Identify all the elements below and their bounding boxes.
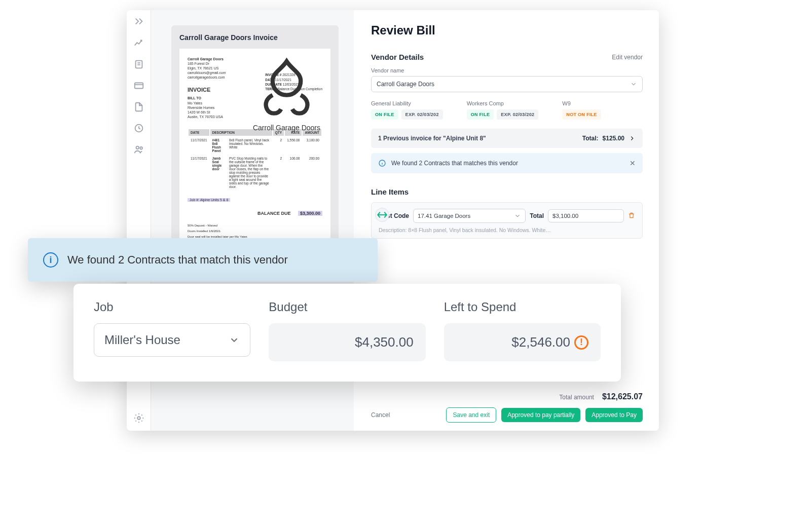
line-description: Description: 8×8 Flush panel, Vinyl back… [379,227,635,233]
gl-status-badge: ON FILE [371,109,398,120]
cost-code-select[interactable]: 17.41 Garage Doors [413,209,526,223]
cancel-button[interactable]: Cancel [371,411,390,419]
invoice-balance: BALANCE DUE $3,300.00 [188,211,322,216]
budget-value: $4,350.00 [269,323,425,361]
vendor-select[interactable]: Carroll Garage Doors [371,76,643,92]
invoice-job-ref: Job #: Alpine Units 5 & 8 [188,198,230,202]
budget-label: Budget [269,300,425,314]
job-label: Job [94,300,250,314]
small-info-banner: We found 2 Contracts that matches this v… [371,153,643,173]
collapse-icon[interactable] [133,16,144,27]
vendor-name-label: Vendor name [371,67,643,73]
chevron-down-icon [514,212,521,219]
w9-status-badge: NOT ON FILE [562,109,601,120]
wc-status-badge: ON FILE [467,109,494,120]
w9-label: W9 [562,100,643,106]
line-total-label: Total [530,212,544,219]
left-to-spend-label: Left to Spend [444,300,601,314]
gl-label: General Liability [371,100,452,106]
line-total-input[interactable]: $3,100.00 [548,209,624,222]
job-select[interactable]: Miller's House [94,323,250,357]
info-icon: i [43,252,58,268]
wc-exp-badge: EXP. 02/03/202 [497,109,538,120]
approve-partial-button[interactable]: Approved to pay partially [501,408,580,422]
big-info-banner: i We found 2 Contracts that match this v… [28,238,378,282]
invoice-card-title: Carroll Garage Doors Invoice [179,33,330,42]
previous-invoice-row[interactable]: 1 Previous invoice for "Alpine Unit 8" T… [371,129,643,148]
approve-button[interactable]: Approved to Pay [585,408,643,422]
svg-point-5 [137,417,140,420]
vendor-section-title: Vendor Details [371,53,424,61]
chevron-down-icon [229,334,240,346]
resize-handle[interactable] [375,208,389,222]
delete-icon[interactable] [628,212,635,220]
chevron-down-icon [630,81,637,88]
svg-rect-1 [134,83,143,89]
card-icon[interactable] [133,80,144,91]
line-item-card: Cost Code 17.41 Garage Doors Total $3,10… [371,202,643,239]
invoice-card: Carroll Garage Doors Invoice Carroll Gar… [171,25,339,267]
svg-point-4 [140,147,142,149]
line-items-title: Line Items [371,187,643,196]
invoice-preview: Carroll Garage Doors Carroll Garage Door… [179,49,330,251]
total-amount-label: Total amount [559,394,594,401]
vendor-logo: Carroll Garage Doors [253,56,320,132]
chevron-right-icon [629,135,636,142]
job-summary-card: Job Miller's House Budget $4,350.00 Left… [73,284,621,382]
invoice-footnotes: 50% Deposit - Waived Doors Installed 1/6… [188,223,322,239]
settings-icon[interactable] [133,412,144,424]
close-icon[interactable]: ✕ [630,159,636,167]
clock-icon[interactable] [133,123,144,134]
wc-label: Workers Comp [467,100,547,106]
left-to-spend-value: $2,546.00 ! [444,323,601,361]
document-icon[interactable] [133,59,144,70]
svg-point-3 [136,146,139,149]
file-icon[interactable] [133,101,144,112]
users-icon[interactable] [133,144,144,155]
total-amount: $12,625.07 [602,392,643,401]
save-exit-button[interactable]: Save and exit [446,407,496,423]
big-info-banner-text: We found 2 Contracts that match this ven… [67,253,288,267]
edit-vendor-link[interactable]: Edit vendor [612,54,643,61]
info-icon [378,159,386,167]
gl-exp-badge: EXP. 02/03/202 [401,109,443,120]
chart-icon[interactable] [133,37,144,49]
warning-icon: ! [574,335,588,350]
page-title: Review Bill [371,23,643,37]
invoice-table: DATE DESCRIPTION QTY RATE AMOUNT 11/17/2… [188,128,322,191]
